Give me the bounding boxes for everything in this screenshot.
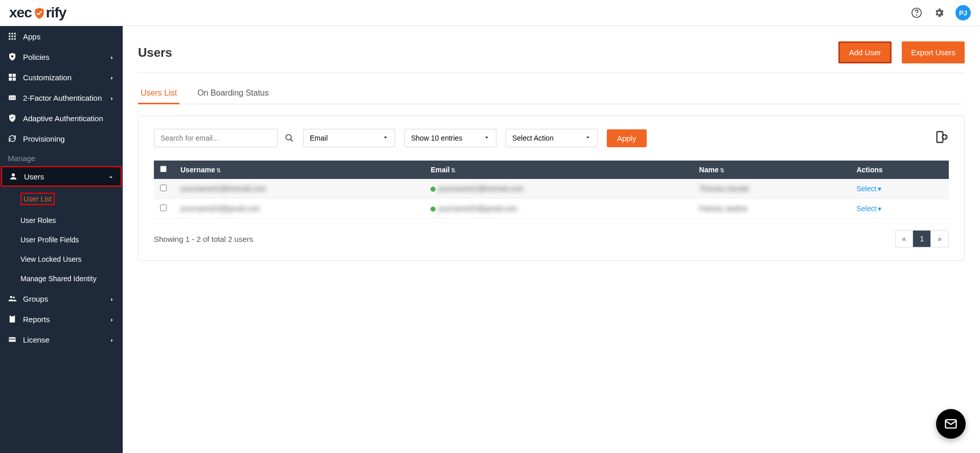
- svg-rect-8: [9, 38, 10, 40]
- tab-users-list[interactable]: Users List: [138, 82, 179, 104]
- main-content: Users Add User Export Users Users List O…: [123, 26, 980, 453]
- sidebar-item-label: Provisioning: [23, 134, 115, 143]
- col-checkbox: [154, 161, 174, 179]
- row-checkbox[interactable]: [160, 185, 167, 191]
- sidebar-item-groups[interactable]: Groups: [0, 288, 123, 309]
- sidebar-item-label: Adaptive Authentication: [23, 114, 115, 123]
- cell-email: yourname01@hotmail.com: [424, 179, 693, 199]
- apply-button[interactable]: Apply: [607, 129, 647, 147]
- select-all-checkbox[interactable]: [160, 166, 167, 172]
- page-header: Users Add User Export Users: [138, 36, 965, 73]
- brand-logo: xec rify: [9, 5, 66, 21]
- sort-icon: ⇅: [451, 167, 455, 173]
- svg-point-1: [917, 15, 917, 15]
- user-icon: [9, 172, 18, 181]
- sidebar-sub-label: User List: [20, 193, 55, 205]
- sidebar-item-provisioning[interactable]: Provisioning: [0, 128, 123, 149]
- sidebar-item-users[interactable]: Users: [2, 167, 121, 186]
- col-username[interactable]: Username⇅: [174, 161, 424, 179]
- sidebar-item-adaptive[interactable]: Adaptive Authentication: [0, 108, 123, 128]
- tabs: Users List On Boarding Status: [138, 82, 965, 104]
- users-table: Username⇅ Email⇅ Name⇅ Actions yourname0…: [154, 161, 949, 219]
- col-actions: Actions: [850, 161, 949, 179]
- sidebar-item-reports[interactable]: Reports: [0, 309, 123, 329]
- add-user-button[interactable]: Add User: [838, 41, 892, 63]
- export-users-button[interactable]: Export Users: [902, 41, 965, 63]
- page-actions: Add User Export Users: [838, 41, 965, 63]
- table-row: yourname01@hotmail.com yourname01@hotmai…: [154, 179, 949, 199]
- top-header: xec rify PJ: [0, 0, 980, 26]
- shield-icon: [8, 52, 17, 61]
- chevron-right-icon: [109, 316, 115, 322]
- sidebar-item-label: Apps: [23, 32, 115, 41]
- cell-name: Thomas Gerald: [693, 179, 851, 199]
- svg-rect-14: [9, 78, 12, 81]
- chevron-right-icon: [109, 54, 115, 60]
- caret-down-icon: ▾: [878, 185, 881, 193]
- sidebar-item-license[interactable]: License: [0, 329, 123, 350]
- page-title: Users: [138, 46, 172, 60]
- sidebar-item-apps[interactable]: Apps: [0, 26, 123, 47]
- sidebar-item-policies[interactable]: Policies: [0, 47, 123, 67]
- sort-icon: ⇅: [216, 167, 221, 173]
- cell-username: yourname02@gmail.com: [174, 199, 424, 219]
- sidebar-item-2fa[interactable]: 123 2-Factor Authentication: [0, 87, 123, 108]
- tab-onboarding[interactable]: On Boarding Status: [195, 82, 271, 104]
- pagination: « 1 »: [895, 230, 949, 247]
- sidebar-sub-user-list[interactable]: User List: [0, 187, 123, 211]
- cell-actions: Select ▾: [850, 199, 949, 219]
- svg-rect-2: [9, 33, 10, 34]
- select-value: Show 10 entries: [411, 134, 462, 142]
- header-right: PJ: [910, 5, 971, 20]
- show-entries-select[interactable]: Show 10 entries: [404, 129, 496, 147]
- chevron-right-icon: [109, 336, 115, 343]
- col-name[interactable]: Name⇅: [693, 161, 851, 179]
- chevron-right-icon: [109, 95, 115, 101]
- sidebar-sub-shared-identity[interactable]: Manage Shared Identity: [0, 269, 123, 288]
- import-users-icon[interactable]: [935, 130, 949, 146]
- svg-rect-10: [14, 38, 16, 40]
- help-icon[interactable]: [910, 7, 923, 19]
- page-prev[interactable]: «: [896, 231, 914, 247]
- select-action-select[interactable]: Select Action: [506, 129, 598, 147]
- table-row: yourname02@gmail.com yourname02@gmail.co…: [154, 199, 949, 219]
- logo-shield-icon: [33, 7, 45, 19]
- table-footer: Showing 1 - 2 of total 2 users « 1 »: [154, 230, 949, 247]
- sidebar-item-label: Groups: [23, 295, 103, 303]
- svg-point-11: [11, 55, 14, 58]
- row-checkbox[interactable]: [160, 205, 167, 211]
- gear-icon[interactable]: [933, 7, 945, 19]
- search-input[interactable]: [154, 129, 278, 147]
- logo-text-part1: xec: [9, 5, 32, 21]
- sidebar-sub-user-profile-fields[interactable]: User Profile Fields: [0, 230, 123, 250]
- sidebar-sub-user-roles[interactable]: User Roles: [0, 211, 123, 230]
- cell-name: Patricia Jasline: [693, 199, 851, 219]
- verified-icon: [430, 207, 436, 212]
- search-icon[interactable]: [285, 133, 294, 143]
- sidebar-item-label: Reports: [23, 315, 103, 324]
- col-email[interactable]: Email⇅: [424, 161, 693, 179]
- chevron-down-icon: [585, 134, 591, 142]
- svg-text:123: 123: [10, 96, 15, 99]
- sidebar-item-customization[interactable]: Customization: [0, 67, 123, 87]
- svg-rect-13: [13, 74, 16, 77]
- caret-down-icon: ▾: [878, 205, 881, 213]
- sync-icon: [8, 134, 17, 143]
- 2fa-icon: 123: [8, 93, 17, 102]
- groups-icon: [8, 294, 17, 303]
- chat-fab[interactable]: [936, 409, 966, 439]
- row-action-select[interactable]: Select ▾: [856, 185, 881, 193]
- avatar[interactable]: PJ: [955, 5, 971, 20]
- svg-rect-15: [13, 78, 16, 81]
- row-action-select[interactable]: Select ▾: [856, 205, 881, 213]
- sidebar-item-label: 2-Factor Authentication: [23, 94, 103, 102]
- license-icon: [8, 335, 17, 344]
- filter-row: Email Show 10 entries Select Action Appl…: [154, 129, 949, 147]
- email-select[interactable]: Email: [303, 129, 395, 147]
- filter-card: Email Show 10 entries Select Action Appl…: [138, 116, 965, 261]
- page-current[interactable]: 1: [913, 231, 931, 247]
- page-next[interactable]: »: [931, 231, 948, 247]
- search-wrap: [154, 129, 294, 147]
- sidebar-sub-view-locked[interactable]: View Locked Users: [0, 250, 123, 269]
- cell-username: yourname01@hotmail.com: [174, 179, 424, 199]
